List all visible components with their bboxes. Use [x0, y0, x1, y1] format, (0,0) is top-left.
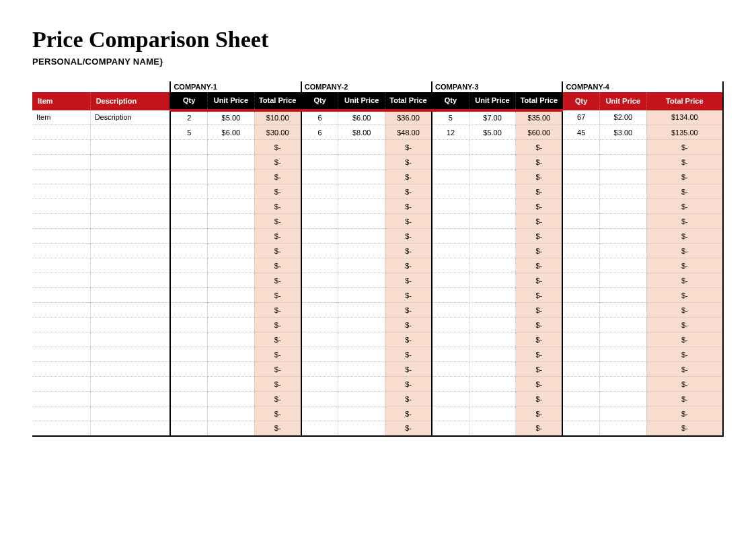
- qty-cell[interactable]: [301, 229, 338, 244]
- unit-price-cell[interactable]: $8.00: [338, 125, 385, 140]
- unit-price-cell[interactable]: [469, 229, 516, 244]
- total-price-cell[interactable]: $-: [385, 406, 432, 421]
- qty-cell[interactable]: [170, 155, 207, 170]
- total-price-cell[interactable]: $-: [516, 155, 563, 170]
- total-price-cell[interactable]: $-: [254, 362, 301, 377]
- total-price-cell[interactable]: $36.00: [385, 110, 432, 125]
- unit-price-cell[interactable]: [208, 273, 255, 288]
- description-cell[interactable]: [90, 332, 170, 347]
- description-cell[interactable]: [90, 406, 170, 421]
- qty-cell[interactable]: [432, 199, 469, 214]
- qty-cell[interactable]: [301, 318, 338, 332]
- description-cell[interactable]: [90, 244, 170, 258]
- total-price-cell[interactable]: $-: [516, 184, 563, 199]
- qty-cell[interactable]: [432, 421, 469, 436]
- description-cell[interactable]: [90, 258, 170, 273]
- item-cell[interactable]: [32, 184, 90, 199]
- qty-cell[interactable]: [301, 362, 338, 377]
- total-price-cell[interactable]: $-: [646, 406, 723, 421]
- total-price-cell[interactable]: $10.00: [254, 110, 301, 125]
- qty-cell[interactable]: [562, 258, 599, 273]
- unit-price-cell[interactable]: [208, 244, 255, 258]
- unit-price-cell[interactable]: [338, 303, 385, 318]
- qty-cell[interactable]: [562, 362, 599, 377]
- unit-price-cell[interactable]: [600, 170, 647, 184]
- unit-price-cell[interactable]: $5.00: [208, 110, 255, 125]
- unit-price-cell[interactable]: [469, 303, 516, 318]
- total-price-cell[interactable]: $-: [385, 303, 432, 318]
- total-price-cell[interactable]: $-: [646, 273, 723, 288]
- total-price-cell[interactable]: $-: [385, 199, 432, 214]
- unit-price-cell[interactable]: [208, 288, 255, 303]
- item-cell[interactable]: [32, 332, 90, 347]
- total-price-cell[interactable]: $-: [254, 244, 301, 258]
- qty-cell[interactable]: [170, 421, 207, 436]
- unit-price-cell[interactable]: [600, 199, 647, 214]
- unit-price-cell[interactable]: [600, 392, 647, 406]
- total-price-cell[interactable]: $-: [646, 140, 723, 155]
- unit-price-cell[interactable]: [208, 155, 255, 170]
- total-price-cell[interactable]: $-: [516, 199, 563, 214]
- qty-cell[interactable]: [562, 184, 599, 199]
- unit-price-cell[interactable]: [600, 332, 647, 347]
- total-price-cell[interactable]: $-: [254, 214, 301, 229]
- unit-price-cell[interactable]: [338, 214, 385, 229]
- qty-cell[interactable]: [301, 288, 338, 303]
- unit-price-cell[interactable]: [600, 214, 647, 229]
- unit-price-cell[interactable]: [469, 362, 516, 377]
- qty-cell[interactable]: 5: [170, 125, 207, 140]
- qty-cell[interactable]: [301, 273, 338, 288]
- item-cell[interactable]: [32, 125, 90, 140]
- unit-price-cell[interactable]: [208, 258, 255, 273]
- total-price-cell[interactable]: $60.00: [516, 125, 563, 140]
- qty-cell[interactable]: [170, 184, 207, 199]
- unit-price-cell[interactable]: [469, 406, 516, 421]
- item-cell[interactable]: [32, 258, 90, 273]
- total-price-cell[interactable]: $35.00: [516, 110, 563, 125]
- description-cell[interactable]: [90, 214, 170, 229]
- unit-price-cell[interactable]: [469, 318, 516, 332]
- qty-cell[interactable]: [170, 303, 207, 318]
- qty-cell[interactable]: 12: [432, 125, 469, 140]
- unit-price-cell[interactable]: [600, 362, 647, 377]
- unit-price-cell[interactable]: [469, 332, 516, 347]
- total-price-cell[interactable]: $-: [385, 377, 432, 392]
- item-cell[interactable]: [32, 214, 90, 229]
- qty-cell[interactable]: [562, 288, 599, 303]
- unit-price-cell[interactable]: [469, 184, 516, 199]
- description-cell[interactable]: [90, 303, 170, 318]
- total-price-cell[interactable]: $-: [254, 406, 301, 421]
- total-price-cell[interactable]: $-: [646, 318, 723, 332]
- unit-price-cell[interactable]: [208, 406, 255, 421]
- unit-price-cell[interactable]: [208, 184, 255, 199]
- total-price-cell[interactable]: $-: [254, 392, 301, 406]
- total-price-cell[interactable]: $-: [385, 421, 432, 436]
- qty-cell[interactable]: [301, 406, 338, 421]
- qty-cell[interactable]: [301, 244, 338, 258]
- total-price-cell[interactable]: $-: [254, 421, 301, 436]
- qty-cell[interactable]: [432, 258, 469, 273]
- total-price-cell[interactable]: $-: [385, 273, 432, 288]
- total-price-cell[interactable]: $-: [254, 184, 301, 199]
- total-price-cell[interactable]: $-: [516, 214, 563, 229]
- qty-cell[interactable]: [432, 347, 469, 362]
- unit-price-cell[interactable]: [469, 199, 516, 214]
- unit-price-cell[interactable]: $5.00: [469, 125, 516, 140]
- total-price-cell[interactable]: $-: [646, 392, 723, 406]
- qty-cell[interactable]: [301, 214, 338, 229]
- item-cell[interactable]: [32, 170, 90, 184]
- qty-cell[interactable]: [170, 229, 207, 244]
- unit-price-cell[interactable]: [600, 140, 647, 155]
- total-price-cell[interactable]: $-: [385, 347, 432, 362]
- item-cell[interactable]: [32, 229, 90, 244]
- qty-cell[interactable]: [562, 199, 599, 214]
- unit-price-cell[interactable]: [208, 140, 255, 155]
- qty-cell[interactable]: [432, 214, 469, 229]
- total-price-cell[interactable]: $-: [646, 347, 723, 362]
- qty-cell[interactable]: [432, 377, 469, 392]
- unit-price-cell[interactable]: [469, 244, 516, 258]
- qty-cell[interactable]: [170, 170, 207, 184]
- item-cell[interactable]: Item: [32, 110, 90, 125]
- description-cell[interactable]: [90, 392, 170, 406]
- total-price-cell[interactable]: $-: [385, 140, 432, 155]
